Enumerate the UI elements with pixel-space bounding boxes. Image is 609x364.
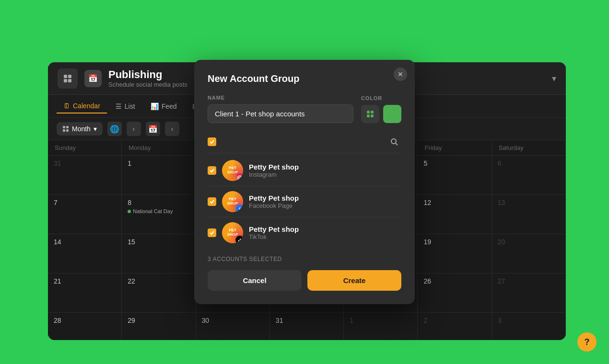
svg-rect-9 [371,111,374,114]
account-checkbox-tiktok[interactable] [208,228,216,237]
account-name: Petty Pet shop [249,225,401,233]
search-accounts-button[interactable] [387,135,401,149]
name-field-group: NAME [208,95,353,123]
account-item-tiktok: PETSHOP Petty Pet shop TikTok [208,217,401,248]
accounts-selected-count: 3 ACCOUNTS SELECTED [208,256,401,262]
modal-title: New Account Group [208,73,401,84]
account-checkbox-instagram[interactable] [208,166,216,175]
account-info-facebook: Petty Pet shop Facebook Page [249,194,401,209]
account-avatar-facebook: PETSHOP f [222,191,243,212]
svg-point-12 [391,139,396,144]
account-platform: Facebook Page [249,202,401,209]
account-checkbox-facebook[interactable] [208,197,216,206]
select-all-checkbox[interactable] [208,137,216,146]
modal-action-buttons: Cancel Create [208,270,401,291]
account-avatar-instagram: PETSHOP [222,160,243,181]
modal-form-row: NAME COLOR [208,95,401,123]
modal-close-button[interactable]: ✕ [394,68,407,81]
svg-rect-11 [371,114,374,117]
svg-line-13 [396,143,398,145]
color-picker [361,105,401,123]
color-field-group: COLOR [361,95,401,123]
account-platform: TikTok [249,233,401,240]
tiktok-badge [235,236,243,243]
new-account-group-modal: ✕ New Account Group NAME COLOR [194,60,415,304]
account-list: PETSHOP Petty Pet shop Instagram [208,155,401,248]
account-avatar-tiktok: PETSHOP [222,222,243,243]
account-platform: Instagram [249,171,401,178]
name-label: NAME [208,95,353,101]
cancel-button[interactable]: Cancel [208,270,302,291]
select-all-row [208,131,401,153]
account-info-instagram: Petty Pet shop Instagram [249,163,401,178]
modal-footer: 3 ACCOUNTS SELECTED Cancel Create [208,256,401,291]
group-name-input[interactable] [208,104,353,123]
modal-overlay: ✕ New Account Group NAME COLOR [0,0,609,364]
instagram-badge [235,173,243,181]
facebook-badge: f [235,205,243,212]
color-grid-icon[interactable] [361,105,379,123]
account-item-facebook: PETSHOP f Petty Pet shop Facebook Page [208,186,401,217]
account-name: Petty Pet shop [249,194,401,202]
account-info-tiktok: Petty Pet shop TikTok [249,225,401,240]
create-button[interactable]: Create [307,270,401,291]
svg-rect-10 [367,114,370,117]
svg-point-16 [241,176,241,177]
account-name: Petty Pet shop [249,163,401,171]
svg-point-15 [239,177,241,179]
account-item-instagram: PETSHOP Petty Pet shop Instagram [208,155,401,186]
color-swatch-green[interactable] [383,105,401,123]
color-label: COLOR [361,95,401,101]
svg-rect-8 [367,111,370,114]
